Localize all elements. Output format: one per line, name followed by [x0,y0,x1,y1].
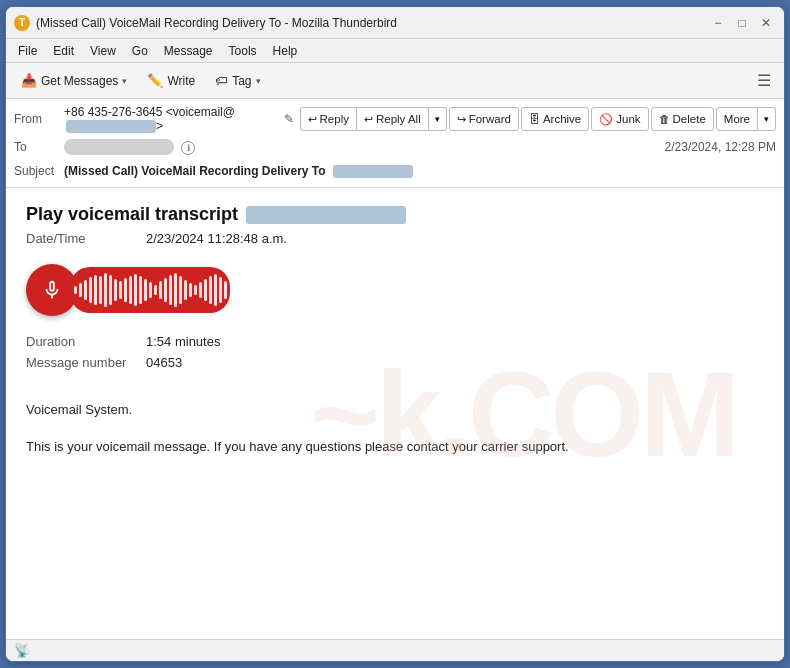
menu-tools[interactable]: Tools [221,42,265,60]
forward-icon: ↪ [457,113,466,126]
forward-button[interactable]: ↪ Forward [449,107,519,131]
reply-all-icon: ↩ [364,113,373,126]
wave-bar [194,285,197,295]
wave-bar [124,278,127,302]
menu-help[interactable]: Help [265,42,306,60]
subject-value: (Missed Call) VoiceMail Recording Delive… [64,164,776,178]
from-value: +86 435-276-3645 <voicemail@> [64,105,284,133]
duration-row: Duration 1:54 minutes [26,334,764,349]
wave-bar [214,274,217,306]
get-messages-button[interactable]: 📥 Get Messages ▾ [12,67,136,95]
email-body-title: Play voicemail transcript [26,204,764,225]
edit-from-icon[interactable]: ✎ [284,112,294,126]
minimize-button[interactable]: − [708,13,728,33]
wave-bar [174,273,177,307]
message-number-value: 04653 [146,355,182,370]
menu-go[interactable]: Go [124,42,156,60]
write-button[interactable]: ✏️ Write [138,67,204,95]
window-controls: − □ ✕ [708,13,776,33]
to-value: ℹ [64,139,657,155]
duration-value: 1:54 minutes [146,334,220,349]
more-dropdown-button[interactable]: ▾ [758,107,776,131]
message-number-label: Message number [26,355,146,370]
wave-bar [179,276,182,304]
wave-bar [104,273,107,307]
recipient-info-icon[interactable]: ℹ [181,141,195,155]
email-date: 2/23/2024, 12:28 PM [665,140,776,154]
wave-bar [219,277,222,303]
tag-dropdown-icon[interactable]: ▾ [256,76,261,86]
subject-row: Subject (Missed Call) VoiceMail Recordin… [14,159,776,183]
tag-button[interactable]: 🏷 Tag ▾ [206,67,269,95]
body-text-2: This is your voicemail message. If you h… [26,437,764,458]
wave-bar [199,282,202,298]
wave-bar [224,281,227,299]
wave-bar [184,280,187,300]
menu-message[interactable]: Message [156,42,221,60]
from-label: From [14,112,64,126]
reply-button-group: ↩ Reply ↩ Reply All ▾ [300,107,447,131]
menu-file[interactable]: File [10,42,45,60]
wave-bar [134,274,137,306]
thunderbird-window: T (Missed Call) VoiceMail Recording Deli… [5,6,785,662]
junk-button[interactable]: 🚫 Junk [591,107,648,131]
email-action-buttons: ↩ Reply ↩ Reply All ▾ ↪ Forward 🗄 Archiv… [300,107,776,131]
duration-label: Duration [26,334,146,349]
datetime-label: Date/Time [26,231,146,246]
wave-bar [109,275,112,305]
datetime-row: Date/Time 2/23/2024 11:28:48 a.m. [26,231,764,246]
wave-bar [79,283,82,297]
archive-icon: 🗄 [529,113,540,125]
wave-bar [209,276,212,304]
menu-bar: File Edit View Go Message Tools Help [6,39,784,63]
reply-all-button[interactable]: ↩ Reply All [357,107,429,131]
window-title: (Missed Call) VoiceMail Recording Delive… [36,16,708,30]
hamburger-menu-button[interactable]: ☰ [750,67,778,95]
wave-bar [94,275,97,305]
archive-button[interactable]: 🗄 Archive [521,107,589,131]
wave-bar [99,276,102,304]
wave-bar [189,283,192,297]
email-body: ~k.COM Play voicemail transcript Date/Ti… [6,188,784,639]
app-icon: T [14,15,30,31]
waveform-display [70,267,230,313]
wave-bar [114,279,117,301]
get-messages-dropdown-icon[interactable]: ▾ [122,76,127,86]
microphone-icon [41,279,63,301]
voicemail-player [26,264,764,316]
write-icon: ✏️ [147,73,163,88]
wave-bar [164,278,167,302]
delete-button[interactable]: 🗑 Delete [651,107,714,131]
email-header: From +86 435-276-3645 <voicemail@> ✎ ↩ R… [6,99,784,188]
connection-status-icon: 📡 [14,643,30,658]
delete-icon: 🗑 [659,113,670,125]
close-button[interactable]: ✕ [756,13,776,33]
menu-view[interactable]: View [82,42,124,60]
wave-bar [139,276,142,304]
more-button[interactable]: More [716,107,758,131]
wave-bar [129,276,132,304]
tag-icon: 🏷 [215,73,228,88]
wave-bar [119,281,122,299]
body-text-1: Voicemail System. [26,400,764,421]
wave-bar [159,281,162,299]
reply-icon: ↩ [308,113,317,126]
junk-icon: 🚫 [599,113,613,126]
maximize-button[interactable]: □ [732,13,752,33]
wave-bar [144,279,147,301]
from-row: From +86 435-276-3645 <voicemail@> ✎ ↩ R… [14,103,776,135]
wave-bar [204,279,207,301]
wave-bar [84,280,87,300]
message-number-row: Message number 04653 [26,355,764,370]
to-row: To ℹ 2/23/2024, 12:28 PM [14,135,776,159]
wave-bar [149,282,152,298]
wave-bar [169,275,172,305]
to-label: To [14,140,64,154]
title-blurred-overlay [246,206,406,224]
wave-bar [154,285,157,295]
reply-all-dropdown-button[interactable]: ▾ [429,107,447,131]
inbox-icon: 📥 [21,73,37,88]
menu-edit[interactable]: Edit [45,42,82,60]
reply-button[interactable]: ↩ Reply [300,107,357,131]
wave-bar [74,286,77,294]
